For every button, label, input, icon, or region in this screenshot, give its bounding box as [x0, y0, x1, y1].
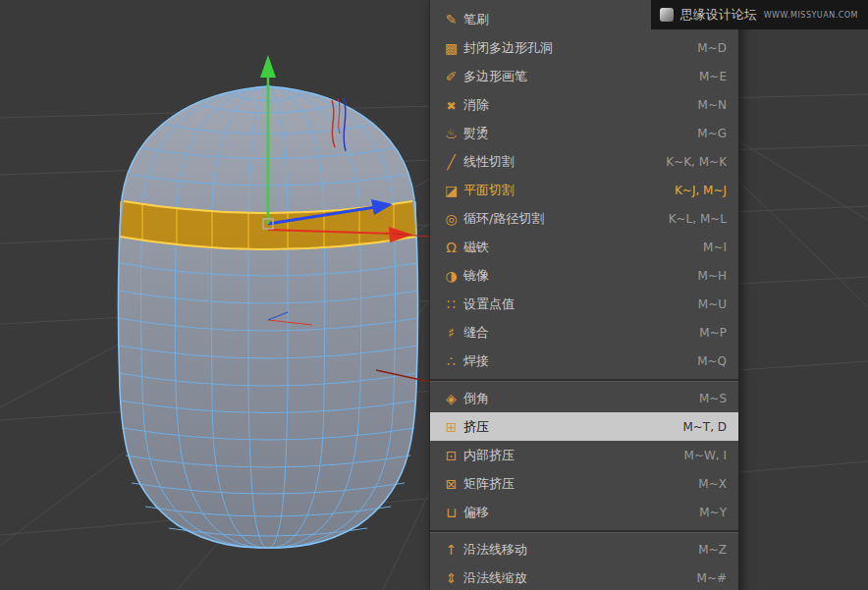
extrude-icon [439, 420, 463, 434]
plane-cut-icon [439, 184, 463, 197]
dissolve-icon [439, 98, 463, 112]
menu-item-inner-extrude[interactable]: 内部挤压 M~W, I [430, 441, 738, 469]
set-point-value-icon [439, 297, 463, 311]
menu-item-offset[interactable]: 偏移 M~Y [430, 498, 738, 526]
menu-item-bevel[interactable]: 倒角 M~S [430, 384, 738, 412]
menu-item-magnet[interactable]: 磁铁 M~I [430, 233, 738, 261]
loop-path-cut-icon [439, 212, 463, 226]
menu-item-loop-path-cut[interactable]: 循环/路径切割 K~L, M~L [430, 204, 738, 233]
menu-item-move-along-normals[interactable]: 沿法线移动 M~Z [430, 535, 738, 563]
inner-extrude-icon [439, 449, 463, 462]
weld-icon [439, 354, 463, 368]
stitch-icon [439, 326, 463, 340]
iron-icon [439, 127, 463, 140]
close-polygon-hole-icon [439, 41, 463, 55]
menu-item-polygon-pen[interactable]: 多边形画笔 M~E [430, 62, 738, 90]
menu-item-stitch[interactable]: 缝合 M~P [430, 318, 738, 347]
menu-item-iron[interactable]: 熨烫 M~G [430, 119, 738, 147]
menu-item-extrude[interactable]: 挤压 M~T, D [430, 412, 738, 441]
context-menu: 笔刷 M~C 封闭多边形孔洞 M~D 多边形画笔 M~E 消除 M~N 熨烫 M… [429, 0, 739, 590]
magnet-icon [439, 241, 463, 254]
menu-item-matrix-extrude[interactable]: 矩阵挤压 M~X [430, 469, 738, 498]
watermark-site-url: WWW.MISSYUAN.COM [764, 11, 858, 20]
menu-separator [430, 375, 738, 384]
menu-item-line-cut[interactable]: 线性切割 K~K, M~K [430, 147, 738, 176]
menu-separator [430, 526, 738, 535]
menu-item-close-polygon-hole[interactable]: 封闭多边形孔洞 M~D [430, 33, 738, 62]
polygon-pen-icon [439, 70, 463, 83]
offset-icon [439, 506, 463, 519]
watermark-logo-icon [660, 8, 674, 22]
mirror-icon [439, 269, 463, 283]
app-window: 笔刷 M~C 封闭多边形孔洞 M~D 多边形画笔 M~E 消除 M~N 熨烫 M… [0, 0, 868, 590]
line-cut-icon [439, 155, 463, 169]
menu-item-weld[interactable]: 焊接 M~Q [430, 347, 738, 375]
menu-item-dissolve[interactable]: 消除 M~N [430, 90, 738, 119]
menu-item-scale-along-normals[interactable]: 沿法线缩放 M~# [430, 563, 738, 590]
menu-item-mirror[interactable]: 镜像 M~H [430, 261, 738, 290]
move-along-normals-icon [439, 543, 463, 557]
watermark-site-name: 思缘设计论坛 [680, 6, 757, 24]
brush-icon [439, 13, 463, 27]
watermark: 思缘设计论坛 WWW.MISSYUAN.COM [651, 0, 868, 29]
matrix-extrude-icon [439, 477, 463, 491]
menu-item-set-point-value[interactable]: 设置点值 M~U [430, 290, 738, 318]
scale-along-normals-icon [439, 571, 463, 585]
bevel-icon [439, 392, 463, 405]
menu-item-plane-cut[interactable]: 平面切割 K~J, M~J [430, 176, 738, 204]
